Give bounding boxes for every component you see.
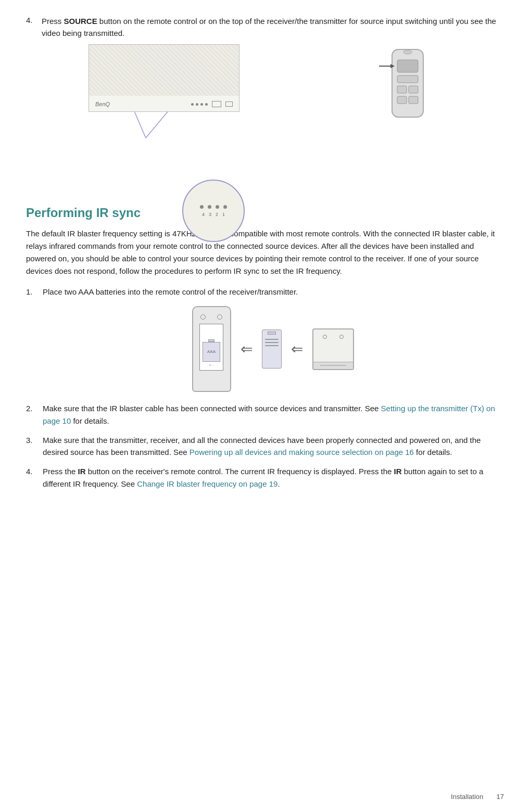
zoom-label-3: 3 — [209, 212, 211, 217]
aaa-label: AAA — [207, 349, 216, 354]
tv-panel: BenQ — [89, 44, 239, 112]
receiver-circle-left — [323, 335, 327, 339]
step4b-part2: button on the receiver's remote control.… — [86, 467, 394, 476]
battery-line-2 — [265, 342, 279, 343]
svg-rect-5 — [397, 75, 418, 83]
svg-rect-4 — [397, 60, 418, 72]
svg-rect-6 — [397, 86, 407, 93]
remote-circle-right — [217, 314, 222, 320]
step4b-link[interactable]: Change IR blaster frequency on page 19 — [137, 479, 277, 488]
single-battery — [262, 329, 282, 369]
tv-dot-3 — [200, 103, 203, 106]
zoom-dot-3 — [216, 205, 219, 209]
step4b-bold1: IR — [78, 467, 86, 476]
step2-after: for details. — [71, 416, 109, 425]
step3-link[interactable]: Powering up all devices and making sourc… — [190, 448, 414, 456]
remote-top-circles — [200, 314, 222, 320]
zoom-label-4: 4 — [202, 212, 205, 217]
tv-dots — [191, 103, 208, 106]
tv-dot-1 — [191, 103, 194, 106]
remote-svg — [379, 44, 436, 133]
step4-number: 4. — [26, 16, 36, 39]
list-num-2: 2. — [26, 402, 37, 427]
receiver-box — [312, 328, 354, 370]
battery-diagram: AAA + - ⇐ ⇐ — [42, 306, 504, 392]
step3-after: for details. — [414, 448, 452, 456]
zoom-dots — [200, 205, 227, 209]
footer-label: Installation — [451, 793, 483, 801]
receiver-bottom-line — [320, 365, 346, 366]
list-item-3: 3. Make sure that the transmitter, recei… — [26, 434, 504, 459]
list-item-1: 1. Place two AAA batteries into the remo… — [26, 286, 504, 298]
zoom-dot-1 — [200, 205, 204, 209]
remote-diagram — [379, 44, 436, 134]
slot-label: + - — [209, 363, 214, 368]
receiver-circle-right — [339, 335, 344, 339]
tv-panel-bottom: BenQ — [95, 101, 233, 107]
list-item-2: 2. Make sure that the IR blaster cable h… — [26, 402, 504, 427]
zoom-circle-container: 4 3 2 1 — [182, 112, 245, 242]
battery-slot: AAA + - — [199, 324, 223, 371]
list-text-3: Make sure that the transmitter, receiver… — [43, 434, 504, 459]
list-text-1: Place two AAA batteries into the remote … — [43, 286, 504, 298]
step2-before-link: Make sure that the IR blaster cable has … — [43, 404, 381, 413]
battery-nub-top — [268, 332, 276, 335]
step4b-bold2: IR — [394, 467, 402, 476]
list-num-3: 3. — [26, 434, 37, 459]
list-text-4: Press the IR button on the receiver's re… — [43, 465, 504, 490]
svg-rect-7 — [409, 86, 418, 93]
tv-logo: BenQ — [95, 101, 110, 107]
zoom-label-1: 1 — [222, 212, 225, 217]
step4b-part4: . — [277, 479, 280, 488]
arrow-1: ⇐ — [241, 342, 253, 357]
step4-top: 4. Press SOURCE button on the remote con… — [26, 16, 504, 39]
tv-dot-2 — [196, 103, 198, 106]
source-keyword: SOURCE — [64, 17, 97, 26]
svg-rect-8 — [397, 96, 407, 104]
section-heading: Performing IR sync — [26, 206, 504, 220]
tv-dot-4 — [205, 103, 208, 106]
battery-lines — [265, 339, 279, 346]
svg-rect-9 — [409, 96, 418, 104]
zoom-label-2: 2 — [216, 212, 218, 217]
tv-button-2 — [225, 102, 233, 107]
arrow-2: ⇐ — [291, 342, 303, 357]
tv-texture — [89, 45, 239, 96]
page-footer: Installation 17 — [451, 793, 504, 801]
footer-page: 17 — [497, 793, 504, 801]
step4-diagram: BenQ — [26, 44, 504, 190]
zoom-dot-4 — [223, 205, 227, 209]
list-num-4: 4. — [26, 465, 37, 490]
tv-button-1 — [212, 101, 221, 107]
intro-paragraph: The default IR blaster frequency setting… — [26, 227, 504, 277]
svg-point-3 — [403, 50, 412, 54]
zoom-circle: 4 3 2 1 — [182, 180, 245, 242]
receiver-bottom — [313, 362, 353, 369]
list-text-2: Make sure that the IR blaster cable has … — [43, 402, 504, 427]
remote-tall: AAA + - — [192, 306, 231, 392]
step4-text-after: button on the remote control or on the t… — [42, 17, 496, 37]
step4b-part1: Press the — [43, 467, 78, 476]
list-num-1: 1. — [26, 286, 37, 298]
receiver-circles — [323, 335, 344, 339]
battery-nub — [208, 339, 214, 342]
step4-text: Press SOURCE button on the remote contro… — [42, 16, 504, 39]
numbered-list: 1. Place two AAA batteries into the remo… — [26, 286, 504, 490]
battery-line-1 — [265, 339, 279, 340]
remote-circle-left — [200, 314, 206, 320]
zoom-labels: 4 3 2 1 — [202, 212, 225, 217]
battery-in-slot: AAA — [203, 342, 220, 362]
zoom-dot-2 — [208, 205, 211, 209]
list-item-4: 4. Press the IR button on the receiver's… — [26, 465, 504, 490]
battery-line-3 — [265, 345, 279, 346]
